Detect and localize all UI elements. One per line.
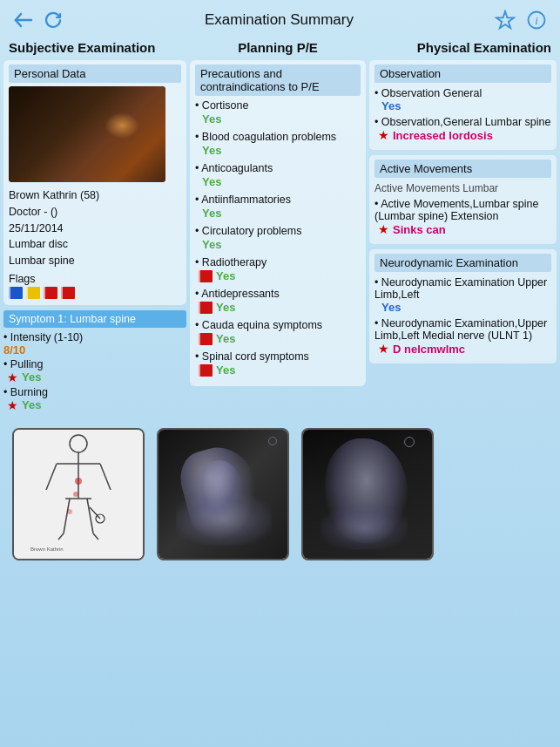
neuro-d-label: D nelcmwlmc — [393, 343, 465, 356]
active-star-icon: ★ — [378, 222, 389, 236]
header: Examination Summary i — [0, 0, 560, 37]
svg-rect-16 — [199, 364, 213, 377]
symptom-header: Symptom 1: Lumbar spine — [3, 310, 186, 328]
spinal-flag-yes: Yes — [199, 363, 361, 377]
svg-rect-6 — [44, 287, 57, 299]
cauda-flag-icon — [199, 333, 213, 345]
spinal-yes: Yes — [216, 363, 235, 377]
column-headers: Subjective Examination Planning P/E Phys… — [0, 37, 560, 60]
svg-line-26 — [87, 499, 93, 533]
svg-text:i: i — [535, 14, 538, 27]
active-ext-label: • Active Movements,Lumbar spine (Lumbar … — [374, 198, 551, 222]
left-col-header: Subjective Examination — [3, 37, 186, 60]
patient-photo — [9, 86, 165, 182]
antiinflam-yes: Yes — [202, 207, 221, 220]
cortisone-yes: Yes — [202, 112, 221, 126]
personal-data-header: Personal Data — [9, 65, 181, 83]
svg-text:Brown Kathrin: Brown Kathrin — [30, 547, 64, 552]
svg-rect-8 — [61, 287, 75, 299]
neuro-star-icon: ★ — [378, 342, 389, 356]
burning-yes: Yes — [22, 398, 41, 411]
spinal-label: • Spinal cord symptoms — [195, 350, 361, 363]
circulatory-yes: Yes — [202, 238, 221, 251]
active-ext-star: ★ Sinks can — [378, 222, 551, 236]
planning-item-cortisone: • Cortisone Yes — [195, 99, 361, 126]
radio-yes: Yes — [216, 269, 235, 282]
symptom-intensity-label: • Intensity (1-10) 8/10 — [3, 331, 186, 357]
xray2-thumbnail[interactable] — [301, 428, 434, 560]
obs-general-yes: Yes — [381, 99, 401, 112]
cauda-yes: Yes — [216, 332, 235, 345]
antidep-flag-yes: Yes — [199, 301, 361, 314]
burning-star-icon: ★ — [7, 398, 18, 412]
header-action-icons: i — [494, 9, 548, 31]
middle-column: Precautions and contraindications to P/E… — [186, 60, 369, 391]
burning-star-yes: ★ Yes — [7, 398, 186, 412]
cauda-label: • Cauda equina symptoms — [195, 319, 361, 331]
mid-col-header: Planning P/E — [186, 37, 369, 60]
antidep-yes: Yes — [216, 301, 235, 314]
neuro-upper-left-label: • Neurodynamic Examination Upper Limb,Le… — [374, 276, 551, 301]
active-sinks: Sinks can — [393, 223, 446, 236]
planning-item-radio: • Radiotherapy Yes — [195, 256, 361, 282]
body-diagram-svg: Brown Kathrin — [22, 433, 135, 555]
observation-section: Observation • Observation General Yes • … — [369, 60, 557, 150]
patient-name: Brown Kathrin (58) — [9, 187, 181, 204]
patient-condition2: Lumbar spine — [9, 253, 181, 269]
antiinflam-label: • Antiinflammatories — [195, 194, 361, 206]
main-content: Personal Data Brown Kathrin (58) Doctor … — [0, 60, 560, 414]
blue-flag — [9, 287, 23, 299]
patient-condition1: Lumbar disc — [9, 236, 181, 253]
symptom-burning: • Burning ★ Yes — [3, 386, 186, 412]
svg-rect-10 — [199, 270, 213, 282]
radio-flag-yes: Yes — [199, 269, 361, 282]
planning-item-circulatory: • Circulatory problems Yes — [195, 225, 361, 251]
svg-rect-12 — [199, 302, 213, 314]
planning-item-blood: • Blood coagulation problems Yes — [195, 131, 361, 157]
thumbnails-row: Brown Kathrin — [0, 414, 560, 571]
active-movements-section: Active Movements Active Movements Lumbar… — [369, 155, 557, 244]
red-flag — [44, 287, 57, 299]
active-movements-header: Active Movements — [374, 160, 551, 178]
symptom-pulling: • Pulling ★ Yes — [3, 358, 186, 384]
cortisone-label: • Cortisone — [195, 99, 361, 112]
svg-line-28 — [93, 533, 98, 540]
flags-row — [9, 287, 181, 299]
info-icon[interactable]: i — [525, 9, 548, 31]
precautions-header: Precautions and contraindications to P/E — [195, 65, 361, 96]
neurodynamic-header: Neurodynamic Examination — [374, 254, 551, 272]
xray1-thumbnail[interactable] — [157, 428, 289, 560]
obs-general: • Observation General Yes — [374, 87, 551, 112]
body-diagram-thumbnail[interactable]: Brown Kathrin — [12, 428, 145, 560]
yellow-flag — [26, 287, 40, 299]
svg-line-22 — [46, 464, 57, 490]
personal-data-panel: Personal Data Brown Kathrin (58) Doctor … — [3, 60, 186, 305]
antidep-flag-icon — [199, 302, 213, 314]
svg-rect-14 — [199, 333, 213, 345]
obs-lumbar-star: ★ Increased lordosis — [378, 128, 551, 142]
refresh-button[interactable] — [42, 9, 64, 31]
favorite-icon[interactable] — [494, 9, 516, 31]
pulling-star-icon: ★ — [7, 370, 18, 384]
neuro-medial: • Neurodynamic Examination,Upper Limb,Le… — [374, 317, 551, 356]
planning-item-antiinflam: • Antiinflammatories Yes — [195, 194, 361, 220]
left-column: Personal Data Brown Kathrin (58) Doctor … — [3, 60, 186, 414]
obs-star-icon: ★ — [378, 128, 389, 142]
pulling-label: • Pulling — [3, 358, 43, 370]
radio-label: • Radiotherapy — [195, 256, 361, 268]
svg-point-18 — [70, 435, 87, 452]
page-title: Examination Summary — [205, 11, 354, 29]
patient-info: Brown Kathrin (58) Doctor - () 25/11/201… — [9, 187, 181, 269]
patient-role: Doctor - () — [9, 204, 181, 221]
back-button[interactable] — [12, 9, 35, 31]
patient-date: 25/11/2014 — [9, 221, 181, 237]
anticoagulants-yes: Yes — [202, 175, 221, 188]
red-flag-2 — [61, 287, 75, 299]
obs-lordosis: Increased lordosis — [393, 129, 493, 142]
intensity-value: 8/10 — [3, 343, 25, 357]
svg-rect-2 — [9, 287, 23, 299]
intensity-label: • Intensity (1-10) — [3, 331, 83, 343]
svg-line-25 — [64, 499, 70, 533]
circulatory-label: • Circulatory problems — [195, 225, 361, 237]
antidep-label: • Antidepressants — [195, 288, 361, 300]
